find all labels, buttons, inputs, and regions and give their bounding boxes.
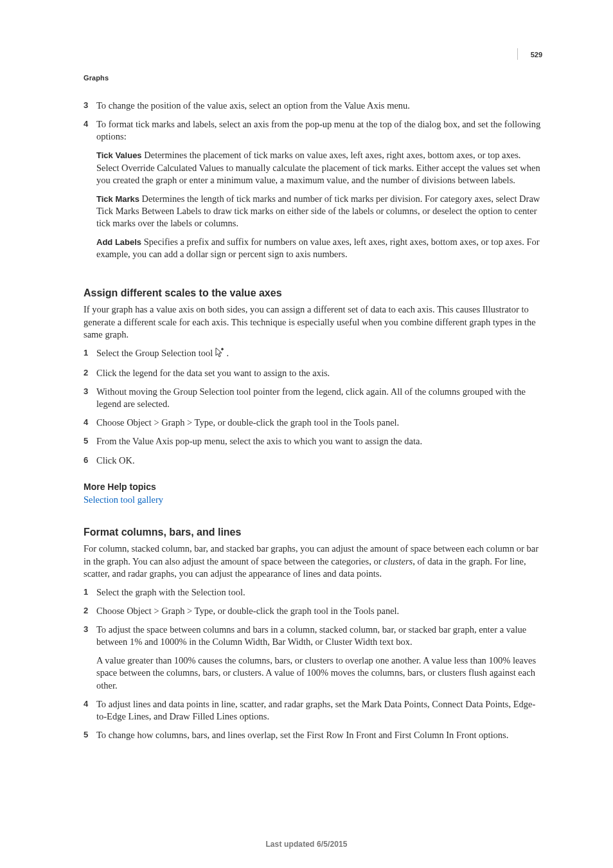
list-number: 1 (84, 586, 96, 599)
definition-label: Tick Values (96, 150, 142, 160)
chapter-title: Graphs (84, 74, 542, 82)
step1-text-b: . (226, 348, 229, 358)
heading-more-help: More Help topics (84, 481, 542, 493)
list-number: 4 (84, 417, 96, 429)
list-item: 3 To change the position of the value ax… (84, 100, 542, 112)
list-text-inner: To format tick marks and labels, select … (96, 119, 540, 141)
list-item: 4 Choose Object > Graph > Type, or doubl… (84, 417, 542, 429)
list-position-and-tick: 3 To change the position of the value ax… (84, 100, 542, 267)
step3-text-b: A value greater than 100% causes the col… (96, 655, 542, 691)
list-number: 3 (84, 624, 96, 692)
definition-label: Tick Marks (96, 194, 139, 204)
list-item: 4 To format tick marks and labels, selec… (84, 118, 542, 267)
list-assign-steps: 1 Select the Group Selection tool . 2 (84, 347, 542, 467)
page-number-box: 529 (517, 48, 542, 60)
list-text: To adjust the space between columns and … (96, 624, 542, 692)
step3-text-a: To adjust the space between columns and … (96, 624, 542, 648)
format-intro-em: clusters (384, 556, 413, 566)
list-text: Choose Object > Graph > Type, or double-… (96, 417, 542, 429)
list-number: 2 (84, 605, 96, 617)
heading-format-columns: Format columns, bars, and lines (84, 525, 542, 539)
list-text: Select the graph with the Selection tool… (96, 586, 542, 599)
list-text: From the Value Axis pop-up menu, select … (96, 435, 542, 448)
list-item: 5 To change how columns, bars, and lines… (84, 729, 542, 741)
list-number: 6 (84, 455, 96, 467)
list-item: 4 To adjust lines and data points in lin… (84, 698, 542, 723)
list-number: 2 (84, 367, 96, 379)
definitions: Tick Values Determines the placement of … (96, 149, 542, 260)
list-item: 2 Click the legend for the data set you … (84, 367, 542, 379)
more-help-links: Selection tool gallery (84, 494, 542, 506)
list-number: 3 (84, 100, 96, 112)
list-text: Click OK. (96, 455, 542, 467)
step1-text-a: Select the Group Selection tool (96, 348, 215, 358)
list-text: To change the position of the value axis… (96, 100, 542, 112)
content: 3 To change the position of the value ax… (84, 100, 542, 741)
list-number: 5 (84, 729, 96, 741)
list-item: 5 From the Value Axis pop-up menu, selec… (84, 435, 542, 448)
definition-add-labels: Add Labels Specifies a prefix and suffix… (96, 236, 542, 260)
list-text: Select the Group Selection tool . (96, 347, 542, 361)
list-number: 4 (84, 698, 96, 723)
list-item: 1 Select the Group Selection tool . (84, 347, 542, 361)
list-item: 2 Choose Object > Graph > Type, or doubl… (84, 605, 542, 617)
assign-intro: If your graph has a value axis on both s… (84, 303, 542, 340)
footer-last-updated: Last updated 6/5/2015 (0, 840, 613, 849)
page: 529 Graphs 3 To change the position of t… (0, 0, 613, 868)
list-item: 3 To adjust the space between columns an… (84, 624, 542, 692)
page-number: 529 (531, 51, 542, 59)
definition-text: Determines the length of tick marks and … (96, 194, 540, 228)
definition-label: Add Labels (96, 237, 141, 247)
definition-text: Specifies a prefix and suffix for number… (96, 237, 540, 259)
definition-text: Determines the placement of tick marks o… (96, 150, 540, 185)
list-text: To format tick marks and labels, select … (96, 118, 542, 267)
list-item: 3 Without moving the Group Selection too… (84, 386, 542, 410)
list-number: 3 (84, 386, 96, 410)
list-number: 1 (84, 347, 96, 361)
definition-tick-marks: Tick Marks Determines the length of tick… (96, 193, 542, 230)
link-selection-tool-gallery[interactable]: Selection tool gallery (84, 494, 163, 505)
list-number: 5 (84, 435, 96, 448)
list-text: Without moving the Group Selection tool … (96, 386, 542, 410)
list-item: 6 Click OK. (84, 455, 542, 467)
list-item: 1 Select the graph with the Selection to… (84, 586, 542, 599)
heading-assign-scales: Assign different scales to the value axe… (84, 286, 542, 300)
format-intro: For column, stacked column, bar, and sta… (84, 543, 542, 579)
list-text: To change how columns, bars, and lines o… (96, 729, 542, 741)
list-text: To adjust lines and data points in line,… (96, 698, 542, 723)
group-selection-tool-icon (215, 347, 224, 361)
list-number: 4 (84, 118, 96, 267)
list-text: Click the legend for the data set you wa… (96, 367, 542, 379)
definition-tick-values: Tick Values Determines the placement of … (96, 149, 542, 186)
list-format-steps: 1 Select the graph with the Selection to… (84, 586, 542, 741)
list-text: Choose Object > Graph > Type, or double-… (96, 605, 542, 617)
